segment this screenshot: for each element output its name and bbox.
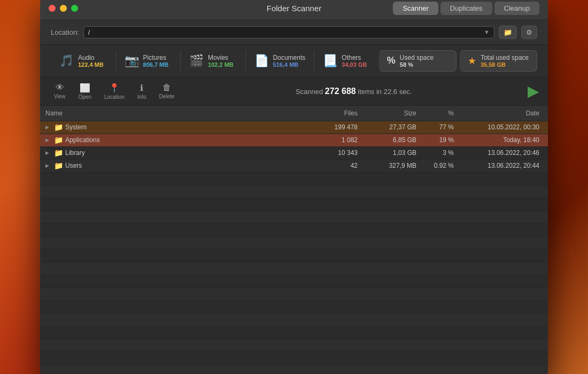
pictures-icon: 📷 — [125, 54, 139, 68]
info-icon: ℹ — [140, 83, 143, 93]
row-percent: 0.92 % — [425, 160, 462, 171]
delete-label: Delete — [159, 94, 174, 99]
empty-row — [40, 224, 548, 237]
col-size: Size — [366, 108, 425, 119]
row-size: 6,85 GB — [366, 135, 425, 145]
movies-value: 102,2 MB — [208, 61, 234, 68]
audio-icon: 🎵 — [59, 54, 74, 68]
row-name-text: System — [65, 123, 87, 131]
empty-row — [40, 198, 548, 211]
row-percent: 19 % — [425, 135, 462, 145]
scan-count: 272 688 — [325, 87, 356, 96]
others-icon: 📃 — [323, 54, 337, 68]
row-date: 10.05.2022, 00:30 — [462, 122, 548, 133]
traffic-lights — [49, 5, 78, 12]
tab-scanner[interactable]: Scanner — [393, 2, 438, 15]
row-name-text: Applications — [65, 136, 100, 144]
location-dropdown-icon: ▼ — [484, 29, 490, 35]
folder-icon: 📁 — [54, 136, 63, 144]
table-row[interactable]: ▶ 📁 Library 10 343 1,03 GB 3 % 13.06.202… — [40, 147, 548, 160]
empty-row — [40, 275, 548, 288]
empty-row — [40, 250, 548, 262]
movies-label: Movies — [208, 54, 234, 61]
empty-row — [40, 365, 548, 375]
row-files: 10 343 — [302, 147, 366, 158]
row-name-cell: ▶ 📁 Library — [40, 147, 302, 159]
empty-row — [40, 352, 548, 365]
minimize-button[interactable] — [60, 5, 67, 12]
empty-row — [40, 173, 548, 185]
total-space-icon: ★ — [468, 55, 476, 67]
empty-row — [40, 288, 548, 301]
delete-button[interactable]: 🗑 Delete — [153, 81, 180, 102]
stat-documents: 📄 Documents 516,4 MB — [245, 51, 314, 71]
pictures-label: Pictures — [143, 54, 169, 61]
tab-buttons: Scanner Duplicates Cleanup — [393, 2, 539, 15]
expand-icon: ▶ — [45, 150, 52, 155]
empty-row — [40, 185, 548, 198]
view-label: View — [54, 94, 66, 99]
stat-pictures: 📷 Pictures 806,7 MB — [115, 51, 181, 71]
empty-row — [40, 326, 548, 339]
location-input-wrap[interactable]: ▼ — [83, 26, 494, 38]
view-button[interactable]: 👁 View — [49, 81, 71, 102]
audio-value: 122,4 MB — [78, 61, 104, 68]
col-date: Date — [462, 108, 548, 119]
empty-row — [40, 237, 548, 250]
scan-play-button[interactable]: ▶ — [528, 82, 539, 100]
app-window: Folder Scanner Scanner Duplicates Cleanu… — [40, 0, 548, 374]
stats-row: 🎵 Audio 122,4 MB 📷 Pictures 806,7 MB 🎬 M… — [40, 45, 548, 77]
open-icon: ⬜ — [80, 83, 90, 93]
table-row[interactable]: ▶ 📁 Users 42 327,9 MB 0.92 % 13.06.2022,… — [40, 160, 548, 173]
col-files: Files — [302, 108, 366, 119]
documents-value: 516,4 MB — [273, 61, 306, 68]
empty-rows — [40, 173, 548, 375]
browse-button[interactable]: 📁 — [499, 26, 517, 39]
empty-row — [40, 314, 548, 326]
tab-duplicates[interactable]: Duplicates — [440, 2, 492, 15]
table-row[interactable]: ▶ 📁 System 199 478 27,37 GB 77 % 10.05.2… — [40, 121, 548, 134]
table-body: ▶ 📁 System 199 478 27,37 GB 77 % 10.05.2… — [40, 121, 548, 375]
row-files: 199 478 — [302, 122, 366, 133]
row-date: Today, 18:40 — [462, 135, 548, 145]
used-space-label: Used space — [400, 54, 434, 61]
row-size: 327,9 MB — [366, 160, 425, 171]
maximize-button[interactable] — [71, 5, 78, 12]
col-percent: % — [425, 108, 462, 119]
col-name: Name — [40, 108, 302, 119]
others-value: 34,03 GB — [342, 61, 367, 68]
row-percent: 77 % — [425, 122, 462, 133]
location-input[interactable] — [88, 28, 484, 36]
location-label: Location: — [51, 28, 79, 36]
close-button[interactable] — [49, 5, 56, 12]
movies-icon: 🎬 — [189, 54, 204, 68]
open-button[interactable]: ⬜ Open — [73, 81, 97, 102]
total-space-label: Total used space — [481, 54, 529, 61]
delete-icon: 🗑 — [163, 83, 171, 92]
documents-icon: 📄 — [254, 54, 269, 68]
scan-info: Scanned 272 688 items in 22.6 sec. — [182, 87, 525, 96]
row-files: 42 — [302, 160, 366, 171]
row-percent: 3 % — [425, 147, 462, 158]
scan-suffix: items in 22.6 sec. — [358, 88, 412, 96]
used-space-value: 58 % — [400, 61, 434, 68]
titlebar: Folder Scanner Scanner Duplicates Cleanu… — [40, 0, 548, 20]
tab-cleanup[interactable]: Cleanup — [494, 2, 539, 15]
table-row[interactable]: ▶ 📁 Applications 1 082 6,85 GB 19 % Toda… — [40, 134, 548, 147]
folder-icon: 📁 — [54, 161, 63, 170]
location-tool-label: Location — [104, 94, 125, 100]
row-name-text: Library — [65, 149, 85, 157]
row-size: 27,37 GB — [366, 122, 425, 133]
location-button[interactable]: 📍 Location — [99, 81, 130, 102]
row-date: 13.06.2022, 20:46 — [462, 147, 548, 158]
table-header: Name Files Size % Date — [40, 106, 548, 121]
stat-others: 📃 Others 34,03 GB — [314, 51, 379, 71]
file-table: Name Files Size % Date ▶ 📁 System 199 47… — [40, 106, 548, 375]
folder-icon: 📁 — [54, 149, 63, 157]
info-label: Info — [137, 94, 146, 100]
stat-total-used-space: ★ Total used space 35,58 GB — [460, 50, 537, 72]
info-button[interactable]: ℹ Info — [132, 81, 152, 102]
row-name-cell: ▶ 📁 Users — [40, 160, 302, 172]
settings-button[interactable]: ⚙ — [521, 26, 537, 39]
stat-movies: 🎬 Movies 102,2 MB — [180, 51, 245, 71]
